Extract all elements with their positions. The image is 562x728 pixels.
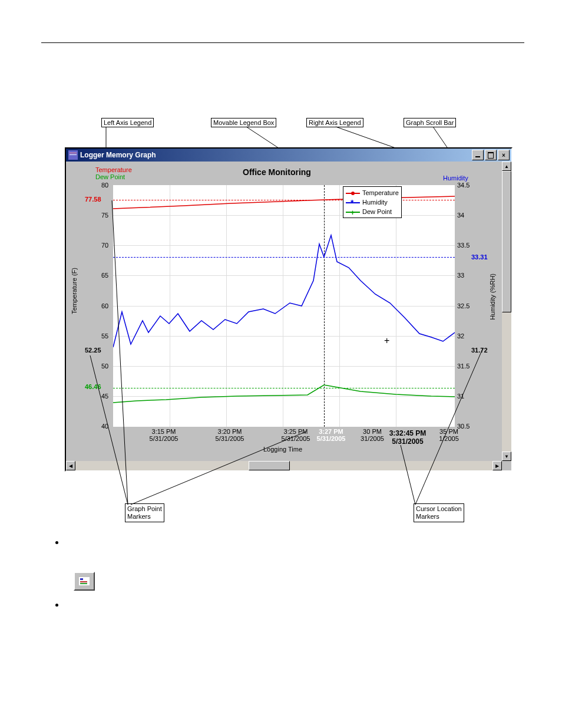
cursor-value-left: 52.25 [85,347,101,354]
x-axis-title: Logging Time [263,446,302,453]
ytick-right: 31 [457,393,464,400]
scroll-right-button[interactable]: ▶ [492,461,502,470]
callout-graph-point-markers: Graph PointMarkers [125,503,164,522]
ytick-right: 33 [457,272,464,279]
ytick-left: 80 [101,182,108,189]
marker-value-temperature: 77.58 [85,196,101,203]
window-icon [68,150,78,160]
left-legend-dewpoint: Dew Point [95,173,125,180]
ytick-left: 70 [101,242,108,249]
scroll-up-button[interactable]: ▲ [502,162,511,171]
chart-traces [113,185,455,427]
callout-cursor-location-markers: Cursor LocationMarkers [414,503,464,522]
window-body: Office Monitoring Temperature Dew Point … [66,162,502,461]
chart-plot-area[interactable]: + [113,185,455,427]
scroll-down-button[interactable]: ▼ [502,452,511,461]
ytick-left: 45 [101,393,108,400]
toolbar-graph-button[interactable] [74,572,95,591]
ytick-right: 33.5 [457,242,470,249]
ytick-right: 32.5 [457,302,470,309]
maximize-button[interactable] [485,150,497,160]
window-title: Logger Memory Graph [80,151,471,159]
ytick-right: 34 [457,212,464,219]
bullet-icon [55,604,58,607]
horizontal-scrollbar[interactable]: ◀ ▶ [66,461,502,470]
horizontal-scroll-thumb[interactable] [249,461,290,470]
callout-lines-top [0,0,562,153]
window-titlebar[interactable]: Logger Memory Graph × [66,149,511,162]
ytick-right: 34.5 [457,182,470,189]
left-legend-temperature: Temperature [95,166,132,173]
page: Left Axis Legend Movable Legend Box Righ… [0,0,562,728]
scroll-left-button[interactable]: ◀ [66,461,75,470]
left-axis-title: Temperature (F) [71,268,78,314]
xtick: 3:15 PM5/31/2005 [140,428,187,442]
legend-box[interactable]: Temperature Humidity Dew Point [343,186,402,218]
cursor-time-label: 3:32:45 PM5/31/2005 [378,429,437,446]
ytick-left: 55 [101,332,108,340]
ytick-left: 60 [101,302,108,309]
ytick-left: 75 [101,212,108,219]
ytick-left: 40 [101,423,108,430]
ytick-right: 32 [457,332,464,340]
ytick-left: 65 [101,272,108,279]
chart-title: Office Monitoring [243,167,311,177]
bullet-icon [55,541,58,544]
ytick-right: 31.5 [457,363,470,370]
marker-value-humidity: 33.31 [471,253,488,261]
legend-item-humidity[interactable]: Humidity [346,197,399,207]
marker-value-dewpoint: 46.46 [85,383,101,390]
logger-memory-graph-window: Logger Memory Graph × Office Monitoring … [65,147,513,472]
vertical-scrollbar[interactable]: ▲ ▼ [502,162,511,461]
minimize-button[interactable] [472,150,484,160]
right-legend-humidity: Humidity [443,174,468,182]
close-button[interactable]: × [498,150,510,160]
ytick-left: 50 [101,363,108,370]
cursor-value-right: 31.72 [471,347,488,354]
xtick: 3:20 PM5/31/2005 [206,428,253,442]
legend-item-temperature[interactable]: Temperature [346,188,399,197]
legend-item-dewpoint[interactable]: Dew Point [346,207,399,216]
graph-point-time-label: 3:27 PM5/31/2005 [308,428,355,442]
right-axis-title: Humidity (%RH) [489,274,496,320]
resize-grip[interactable] [502,461,511,470]
vertical-scroll-thumb[interactable] [502,171,511,312]
cursor-crosshair-icon[interactable]: + [384,335,389,346]
